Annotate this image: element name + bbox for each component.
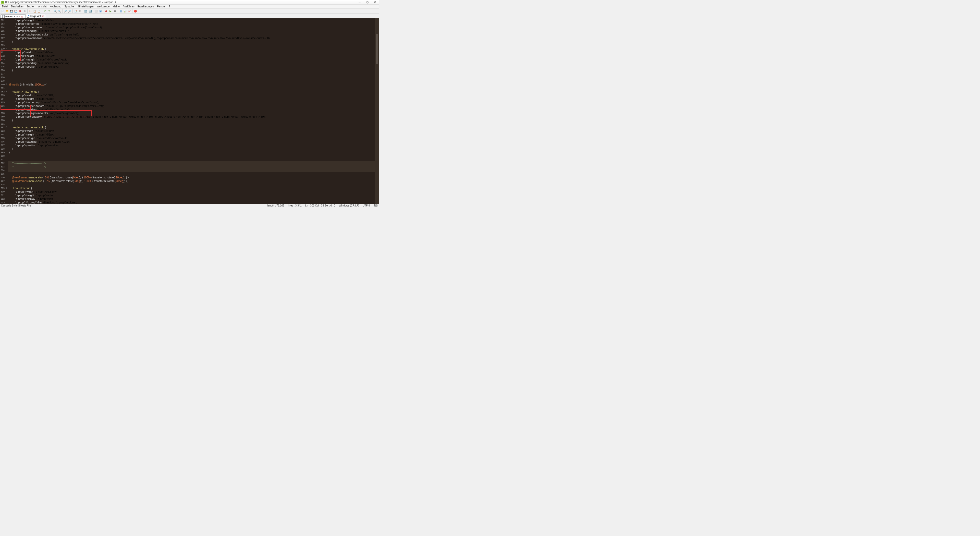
code-line-280[interactable]: @media (min-width: 1000px) {	[8, 83, 379, 86]
menu-makro[interactable]: Makro	[111, 5, 121, 8]
code-line-293[interactable]: "c-prop">width: "c-num">980px;	[8, 129, 379, 133]
code-line-265[interactable]: "c-prop">padding: "c-num">2vw "c-num">0;	[8, 29, 379, 33]
code-line-310[interactable]: "c-prop">width: "c-num">96.88vw;	[8, 190, 379, 194]
code-line-297[interactable]: "c-prop">position: "c-prop">relative;	[8, 143, 379, 147]
maximize-button[interactable]: ▢	[363, 0, 371, 4]
toolbar-button-0[interactable]: 📄	[1, 9, 5, 13]
minimize-button[interactable]: ─	[356, 0, 363, 4]
toolbar-button-18[interactable]: 🔎	[68, 9, 72, 13]
code-line-300[interactable]	[8, 154, 379, 158]
code-line-312[interactable]: "c-prop">display: "c-prop">flex;	[8, 197, 379, 200]
code-line-306[interactable]: @keyframes menue-ein { 0% { transform: r…	[8, 176, 379, 179]
code-line-275[interactable]: "c-prop">position: "c-prop">relative;	[8, 65, 379, 68]
toolbar-button-4[interactable]: ✖	[18, 9, 22, 13]
toolbar-button-27[interactable]: ▣	[98, 9, 102, 13]
code-line-289[interactable]: "c-prop">box-shadow: "c-prop">inset "c-n…	[8, 115, 379, 118]
code-line-296[interactable]: "c-prop">padding: "c-num">0 "c-num">10px…	[8, 140, 379, 143]
code-line-311[interactable]: "c-prop">height: "c-prop">auto;	[8, 194, 379, 197]
code-line-299[interactable]: }	[8, 151, 379, 154]
code-line-307[interactable]: @keyframes menue-aus { 0% { transform: r…	[8, 179, 379, 183]
code-line-308[interactable]	[8, 183, 379, 186]
code-line-272[interactable]: "c-prop">height: "c-num">5.6vw;	[8, 54, 379, 58]
code-line-284[interactable]: "c-prop">height: "c-num">56px;	[8, 97, 379, 100]
code-line-268[interactable]: }	[8, 40, 379, 43]
toolbar-button-12[interactable]: ↷	[47, 9, 51, 13]
toolbar-button-33[interactable]: ▦	[119, 9, 123, 13]
toolbar-button-9[interactable]: 📋	[37, 9, 41, 13]
code-area[interactable]: "c-prop">height: "c-num">5.6vw; "c-prop"…	[8, 18, 379, 204]
code-line-286[interactable]: "c-prop">border-bottom: "c-num">10px "c-…	[8, 104, 379, 108]
toolbar-button-37[interactable]: 🔴	[133, 9, 137, 13]
code-line-278[interactable]	[8, 76, 379, 79]
menu-fenster[interactable]: Fenster	[156, 5, 167, 8]
code-line-287[interactable]: "c-prop">padding: "c-num">20px "c-num">0…	[8, 108, 379, 111]
toolbar-button-15[interactable]: 🔍	[57, 9, 62, 13]
toolbar-button-5[interactable]: 🖨	[22, 9, 27, 13]
toolbar-button-1[interactable]: 📂	[5, 9, 9, 13]
tab-menorca.css[interactable]: menorca.css⊠	[0, 14, 25, 18]
code-line-302[interactable]: /* ------------------------------- */	[8, 161, 379, 165]
fold-column[interactable]: ⊟⊟⊟⊟⊟⊟⊟⊟⊟	[5, 18, 8, 204]
menu-werkzeuge[interactable]: Werkzeuge	[95, 5, 111, 8]
menu-einstellungen[interactable]: Einstellungen	[77, 5, 95, 8]
tab-langs.xml[interactable]: langs.xml⊠	[25, 14, 46, 18]
toolbar-button-23[interactable]: 🔤	[84, 9, 88, 13]
code-line-263[interactable]: "c-prop">border-top: "c-num">1vw "c-prop…	[8, 22, 379, 25]
code-line-270[interactable]: header > nav.menue > div {	[8, 47, 379, 51]
code-line-295[interactable]: "c-prop">margin: "c-num">0 "c-prop">auto…	[8, 136, 379, 140]
toolbar-button-30[interactable]: ▶	[108, 9, 113, 13]
code-line-269[interactable]	[8, 43, 379, 47]
toolbar-button-26[interactable]: ⬜	[94, 9, 98, 13]
code-line-262[interactable]: "c-prop">height: "c-num">5.6vw;	[8, 18, 379, 22]
menu-suchen[interactable]: Suchen	[25, 5, 37, 8]
toolbar-button-14[interactable]: 🔍	[53, 9, 57, 13]
toolbar-button-7[interactable]: ✂	[28, 9, 32, 13]
toolbar-button-31[interactable]: ⏹	[113, 9, 117, 13]
code-line-282[interactable]: header > nav.menue {	[8, 90, 379, 94]
code-line-298[interactable]: }	[8, 147, 379, 151]
toolbar-button-29[interactable]: ⏺	[104, 9, 108, 13]
code-line-288[interactable]: "c-prop">background-color: var("c-var">-…	[8, 111, 379, 115]
code-line-267[interactable]: "c-prop">box-shadow: "c-prop">inset "c-n…	[8, 36, 379, 40]
toolbar-button-3[interactable]: 💾	[14, 9, 18, 13]
tab-close-icon[interactable]: ⊠	[42, 15, 44, 17]
code-line-264[interactable]: "c-prop">border-bottom: "c-num">1vw "c-p…	[8, 25, 379, 29]
toolbar-button-34[interactable]: 📊	[123, 9, 127, 13]
toolbar-button-11[interactable]: ↶	[43, 9, 47, 13]
toolbar-button-2[interactable]: 💾	[10, 9, 14, 13]
menu-kodierung[interactable]: Kodierung	[48, 5, 63, 8]
code-line-266[interactable]: "c-prop">background-color: var("c-var">-…	[8, 33, 379, 36]
code-line-309[interactable]: ul.hauptmenue {	[8, 186, 379, 190]
code-line-301[interactable]	[8, 158, 379, 161]
code-line-291[interactable]	[8, 122, 379, 126]
code-line-276[interactable]: }	[8, 68, 379, 72]
toolbar-button-21[interactable]: 👁	[78, 9, 82, 13]
code-editor[interactable]: 2622632642652662672682692702712722732742…	[0, 18, 379, 204]
code-line-304[interactable]	[8, 169, 379, 172]
code-line-290[interactable]: }	[8, 118, 379, 122]
code-line-271[interactable]: "c-prop">width: "c-num">98vw;	[8, 51, 379, 54]
code-line-279[interactable]	[8, 79, 379, 83]
menu-?[interactable]: ?	[167, 5, 172, 8]
menu-bearbeiten[interactable]: Bearbeiten	[10, 5, 25, 8]
code-line-273[interactable]: "c-prop">margin: "c-num">0 "c-prop">auto…	[8, 58, 379, 61]
close-button[interactable]: ✕	[371, 0, 379, 4]
menu-ausführen[interactable]: Ausführen	[121, 5, 136, 8]
toolbar-button-17[interactable]: 🔎	[63, 9, 67, 13]
menu-datei[interactable]: Datei	[0, 5, 10, 8]
code-line-277[interactable]	[8, 72, 379, 76]
code-line-285[interactable]: "c-prop">border-top: "c-num">10px "c-pro…	[8, 100, 379, 104]
menu-ansicht[interactable]: Ansicht	[37, 5, 48, 8]
toolbar-button-8[interactable]: 📋	[33, 9, 37, 13]
code-line-281[interactable]	[8, 86, 379, 90]
code-line-274[interactable]: "c-prop">padding: "c-num">0 "c-num">1vw;	[8, 61, 379, 65]
code-line-313[interactable]: "c-prop">"c-prop">flex-direction: "c-pro…	[8, 200, 379, 204]
toolbar-button-24[interactable]: 🔡	[88, 9, 92, 13]
code-line-303[interactable]: /* ------------------------------- */	[8, 165, 379, 169]
menu-sprachen[interactable]: Sprachen	[63, 5, 77, 8]
menu-erweiterungen[interactable]: Erweiterungen	[136, 5, 156, 8]
code-line-294[interactable]: "c-prop">height: "c-num">56px;	[8, 133, 379, 136]
tab-close-icon[interactable]: ⊠	[21, 15, 23, 18]
toolbar-button-20[interactable]: 📑	[73, 9, 78, 13]
code-line-283[interactable]: "c-prop">width: "c-num">100%;	[8, 94, 379, 97]
